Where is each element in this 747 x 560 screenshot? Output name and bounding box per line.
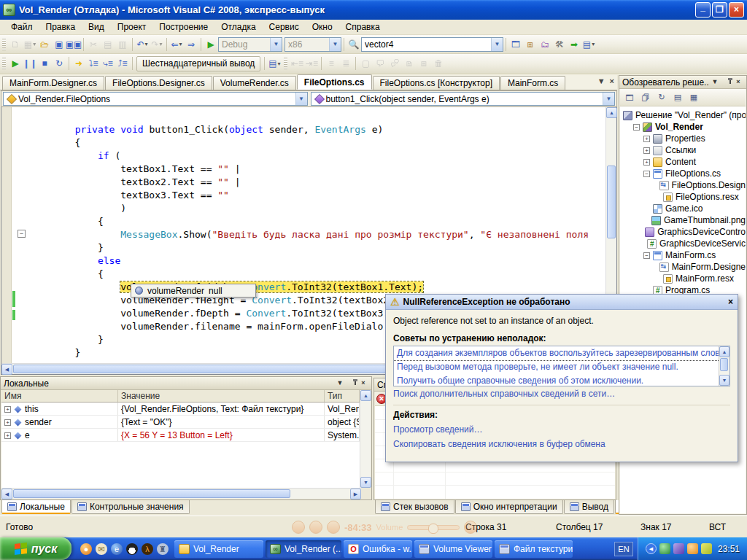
search-online-link[interactable]: Поиск дополнительных справочных сведений…: [386, 386, 738, 401]
find-icon[interactable]: 🔍: [347, 38, 360, 51]
locals-hscrollbar[interactable]: ◀ ▶: [1, 488, 361, 499]
menu-item-9[interactable]: Справка: [339, 20, 387, 34]
doc-tab[interactable]: MainForm.cs: [500, 76, 565, 90]
locals-grid-header[interactable]: Имя Значение Тип: [1, 390, 360, 402]
locals-tab[interactable]: Контрольные значения: [71, 500, 190, 514]
exception-dialog[interactable]: ⚠ NullReferenceException не обработано ×…: [385, 294, 738, 462]
task-button[interactable]: Файл текстури: [495, 540, 573, 558]
toolbox-icon[interactable]: 🛠: [553, 38, 566, 51]
toolbar-grip[interactable]: [2, 57, 6, 70]
tree-item[interactable]: −MainForm.cs: [620, 249, 746, 261]
tree-item[interactable]: Решение "Vol_Render" (прое: [620, 109, 746, 121]
cut-icon[interactable]: ✂: [87, 38, 100, 51]
task-button[interactable]: OОшибка - w...: [344, 540, 412, 558]
pin-icon[interactable]: [721, 77, 732, 88]
action-link[interactable]: Просмотр сведений…: [386, 422, 738, 437]
tree-item[interactable]: +Content: [620, 156, 746, 168]
task-button[interactable]: Vol_Render: [174, 540, 263, 558]
close-document-icon[interactable]: ×: [610, 77, 614, 85]
player-icon[interactable]: ●: [80, 543, 92, 555]
hex-display-button[interactable]: Шестнадцатеричный вывод: [136, 56, 260, 71]
restart-icon[interactable]: ↻: [53, 57, 66, 70]
expand-icon[interactable]: +: [4, 419, 11, 426]
menu-item-8[interactable]: Окно: [306, 20, 339, 34]
paste-icon[interactable]: ▥: [116, 38, 129, 51]
tree-expander-icon[interactable]: −: [633, 124, 640, 131]
doc-tab[interactable]: FileOptions.cs: [297, 74, 372, 90]
tray-chevron-icon[interactable]: ◀: [646, 543, 657, 554]
tab-list-icon[interactable]: ▼: [597, 77, 605, 85]
start-debug-icon[interactable]: ▶: [204, 38, 217, 51]
tree-item[interactable]: GraphicsDeviceServic: [620, 238, 746, 249]
stop-icon[interactable]: ■: [38, 57, 51, 70]
view-code-icon[interactable]: ▤: [670, 90, 685, 104]
tree-item[interactable]: GameThumbnail.png: [620, 214, 746, 226]
tree-item[interactable]: MainForm.Designe: [620, 261, 746, 273]
continue-icon[interactable]: ▶: [9, 57, 22, 70]
tree-item[interactable]: FileOptions.Design: [620, 179, 746, 191]
doc-tab[interactable]: FileOptions.cs [Конструктор]: [373, 76, 500, 90]
navigate-back-icon[interactable]: ⇐: [170, 38, 183, 51]
platform-combo[interactable]: x86▼: [285, 37, 341, 52]
tree-item[interactable]: +Properties: [620, 133, 746, 144]
undo-icon[interactable]: ↶: [136, 38, 149, 51]
tree-item[interactable]: GraphicsDeviceContro: [620, 226, 746, 238]
locals-title-bar[interactable]: Локальные ▼ ×: [1, 377, 371, 390]
tree-item[interactable]: +Ссылки: [620, 144, 746, 156]
step-over-icon[interactable]: ⤷≡: [101, 57, 115, 70]
tree-expander-icon[interactable]: −: [643, 252, 650, 259]
bookmark-prev-doc-icon[interactable]: 🗈: [403, 57, 416, 70]
solution-explorer-icon[interactable]: 🗔: [509, 38, 522, 51]
breakpoint-margin[interactable]: [1, 107, 12, 363]
close-button[interactable]: ×: [729, 2, 744, 18]
find-combo[interactable]: vector4▼: [361, 37, 503, 52]
tip-link[interactable]: Для создания экземпляров объектов воспол…: [394, 346, 729, 360]
action-link[interactable]: Скопировать сведения исключения в буфер …: [386, 437, 738, 451]
step-into-icon[interactable]: ⤵≡: [87, 57, 100, 70]
pause-icon[interactable]: ❙❙: [23, 57, 36, 70]
solution-explorer-title-bar[interactable]: Обозреватель реше... ▼ ×: [619, 76, 746, 89]
menu-item-2[interactable]: Правка: [39, 20, 82, 34]
window-menu-icon[interactable]: ▼: [710, 77, 720, 88]
tip-link[interactable]: Получить общие справочные сведения об эт…: [394, 374, 729, 386]
menu-item-6[interactable]: Отладка: [214, 20, 262, 34]
tree-expander-icon[interactable]: −: [643, 171, 650, 177]
tree-expander-icon[interactable]: +: [643, 136, 650, 142]
window-list-icon[interactable]: ▤: [582, 38, 595, 51]
minimize-button[interactable]: _: [695, 2, 711, 18]
half-life-icon[interactable]: λ: [142, 543, 153, 555]
tree-item[interactable]: MainForm.resx: [620, 273, 746, 284]
locals-grid[interactable]: Имя Значение Тип +this{Vol_Render.FileOp…: [1, 390, 360, 488]
title-bar[interactable]: ∞ Vol_Render (Отладка) - Microsoft Visua…: [0, 0, 747, 20]
tray-icon-3[interactable]: [687, 543, 698, 554]
pin-icon[interactable]: [347, 378, 357, 389]
toolbar-grip[interactable]: [2, 38, 6, 51]
datatip[interactable]: volumeRender null: [131, 284, 256, 298]
step-out-icon[interactable]: ⤴≡: [116, 57, 129, 70]
menu-item-5[interactable]: Построение: [152, 20, 214, 34]
object-browser-icon[interactable]: 🗂: [538, 38, 551, 51]
bookmark-next-icon[interactable]: 🗪: [388, 57, 401, 70]
bookmark-toggle-icon[interactable]: ▢: [359, 57, 372, 70]
menu-item-4[interactable]: Проект: [111, 20, 153, 34]
bookmark-clear-icon[interactable]: 🗑: [432, 57, 445, 70]
menu-item-3[interactable]: Вид: [82, 20, 111, 34]
bookmark-next-doc-icon[interactable]: 🗉: [417, 57, 430, 70]
expand-icon[interactable]: +: [4, 432, 11, 439]
redo-icon[interactable]: ↷: [150, 38, 163, 51]
expand-icon[interactable]: +: [4, 406, 11, 413]
castle-icon[interactable]: ♜: [157, 543, 169, 555]
doc-tab[interactable]: MainForm.Designer.cs: [2, 76, 104, 90]
tree-expander-icon[interactable]: +: [643, 147, 650, 154]
class-combo[interactable]: Vol_Render.FileOptions▼: [3, 92, 308, 106]
toolbar-grip[interactable]: [284, 57, 287, 70]
increase-indent-icon[interactable]: ⇥≡: [305, 57, 318, 70]
uncomment-icon[interactable]: ≣: [339, 57, 352, 70]
copy-icon[interactable]: ▤: [101, 38, 115, 51]
tree-item[interactable]: Game.ico: [620, 203, 746, 214]
bottom-tab[interactable]: Стек вызовов: [375, 500, 454, 514]
tips-listbox[interactable]: Для создания экземпляров объектов воспол…: [393, 346, 730, 386]
language-indicator[interactable]: EN: [614, 542, 633, 556]
refresh-icon[interactable]: ↻: [654, 90, 669, 104]
locals-tab[interactable]: Локальные: [1, 500, 71, 514]
